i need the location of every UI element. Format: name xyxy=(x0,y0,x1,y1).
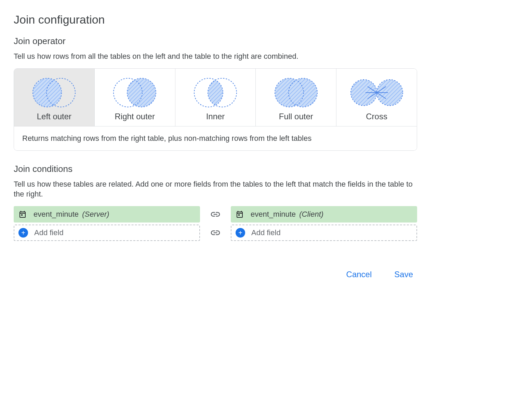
operator-option-inner[interactable]: Inner xyxy=(175,69,256,126)
condition-left-field[interactable]: event_minute (Server) xyxy=(14,206,200,223)
operator-label: Inner xyxy=(179,112,252,121)
dialog-actions: Cancel Save xyxy=(14,268,417,281)
field-source: (Client) xyxy=(299,210,323,219)
field-name: event_minute xyxy=(34,210,79,219)
operator-option-left-outer[interactable]: Left outer xyxy=(14,69,95,126)
link-icon xyxy=(200,209,231,220)
cancel-button[interactable]: Cancel xyxy=(345,268,373,281)
operator-label: Right outer xyxy=(98,112,172,121)
venn-cross-icon xyxy=(340,76,413,109)
operator-selected-description: Returns matching rows from the right tab… xyxy=(14,126,417,150)
operator-option-right-outer[interactable]: Right outer xyxy=(95,69,175,126)
operator-label: Full outer xyxy=(259,112,333,121)
conditions-heading: Join conditions xyxy=(14,164,417,174)
operator-option-cross[interactable]: Cross xyxy=(336,69,417,126)
operator-selector: Left outer xyxy=(14,68,417,151)
condition-right-field[interactable]: event_minute (Client) xyxy=(231,206,417,223)
join-config-dialog: Join configuration Join operator Tell us… xyxy=(0,0,431,295)
add-field-label: Add field xyxy=(34,228,64,237)
operator-label: Left outer xyxy=(17,112,91,121)
add-left-field-button[interactable]: + Add field xyxy=(14,225,200,241)
calendar-icon xyxy=(18,210,27,219)
plus-icon: + xyxy=(18,228,28,238)
venn-inner-icon xyxy=(179,76,252,109)
venn-full-outer-icon xyxy=(259,76,333,109)
calendar-icon xyxy=(235,210,244,219)
operator-label: Cross xyxy=(340,112,413,121)
condition-add-row: + Add field + Add field xyxy=(14,225,417,241)
plus-icon: + xyxy=(236,228,245,238)
condition-row: event_minute (Server) event_minute (Clie… xyxy=(14,206,417,223)
conditions-description: Tell us how these tables are related. Ad… xyxy=(14,179,417,199)
conditions-list: event_minute (Server) event_minute (Clie… xyxy=(14,206,417,241)
dialog-title: Join configuration xyxy=(14,13,417,26)
field-source: (Server) xyxy=(82,210,109,219)
operator-heading: Join operator xyxy=(14,36,417,46)
operator-description: Tell us how rows from all the tables on … xyxy=(14,51,417,62)
add-field-label: Add field xyxy=(251,228,281,237)
add-right-field-button[interactable]: + Add field xyxy=(231,225,417,241)
link-icon xyxy=(200,227,231,238)
venn-left-outer-icon xyxy=(17,76,91,109)
operator-options-row: Left outer xyxy=(14,69,417,126)
venn-right-outer-icon xyxy=(98,76,172,109)
field-name: event_minute xyxy=(251,210,296,219)
operator-option-full-outer[interactable]: Full outer xyxy=(256,69,336,126)
save-button[interactable]: Save xyxy=(393,268,414,281)
